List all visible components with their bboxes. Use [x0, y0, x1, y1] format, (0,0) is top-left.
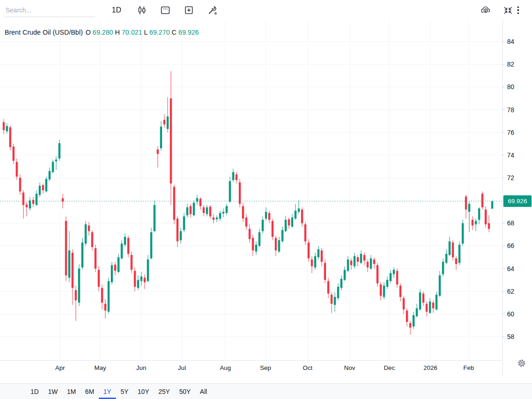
- add-plus-icon[interactable]: [183, 5, 194, 16]
- search-input[interactable]: [5, 4, 95, 17]
- range-button-1m[interactable]: 1M: [62, 384, 80, 399]
- time-axis-label: Apr: [55, 364, 65, 371]
- price-tick-label: 66: [507, 242, 514, 249]
- cloud-download-icon[interactable]: [480, 5, 491, 16]
- calendar-icon[interactable]: [160, 5, 171, 16]
- price-tickmark: [503, 87, 505, 87]
- price-tickmark: [503, 268, 505, 269]
- time-axis-label: Jul: [178, 364, 186, 371]
- time-axis-label: Aug: [220, 364, 231, 371]
- candlestick-canvas[interactable]: [0, 20, 502, 360]
- time-axis-label: Sep: [260, 364, 271, 371]
- price-tick-label: 78: [507, 106, 514, 114]
- range-button-50y[interactable]: 50Y: [175, 384, 195, 399]
- price-tick-label: 58: [507, 333, 514, 340]
- price-tick-label: 74: [507, 151, 514, 159]
- range-button-5y[interactable]: 5Y: [116, 384, 133, 399]
- close-value: 69.926: [178, 29, 199, 36]
- price-tick-label: 60: [507, 310, 514, 318]
- price-tick-label: 68: [507, 219, 514, 227]
- collapse-arrows-icon[interactable]: [502, 5, 514, 16]
- low-value: 69.270: [149, 29, 169, 36]
- high-value: 70.021: [121, 29, 142, 36]
- time-axis-label: Feb: [463, 364, 474, 371]
- price-tick-label: 82: [507, 60, 514, 68]
- range-toolbar: 1D1W1M6M1Y5Y10Y25Y50YAll: [0, 383, 532, 399]
- time-axis-label: Oct: [302, 364, 312, 371]
- price-scale[interactable]: 69.926 8482807876747270686664626058: [502, 20, 532, 375]
- price-tickmark: [503, 42, 505, 42]
- open-label: O: [85, 29, 91, 36]
- wrench-icon[interactable]: [207, 5, 218, 16]
- time-axis-label: May: [94, 364, 106, 371]
- price-tickmark: [503, 155, 505, 155]
- range-button-10y[interactable]: 10Y: [133, 384, 154, 399]
- range-button-1y[interactable]: 1Y: [99, 384, 116, 399]
- bottom-gap: [0, 375, 532, 383]
- range-button-6m[interactable]: 6M: [80, 384, 98, 399]
- time-axis-label: Nov: [344, 364, 355, 371]
- price-tickmark: [503, 109, 505, 110]
- chart-region: Brent Crude Oil (USD/Bbl) O 69.280 H 70.…: [0, 20, 532, 375]
- price-tickmark: [503, 291, 505, 291]
- top-toolbar: 1D: [0, 0, 532, 20]
- price-tickmark: [503, 132, 505, 133]
- price-tick-label: 72: [507, 174, 514, 181]
- symbol-name: Brent Crude Oil (USD/Bbl): [5, 29, 83, 36]
- low-label: L: [144, 29, 148, 36]
- price-tick-label: 80: [507, 83, 514, 91]
- time-axis-label: 2026: [423, 364, 437, 371]
- chart-legend: Brent Crude Oil (USD/Bbl) O 69.280 H 70.…: [5, 29, 199, 36]
- price-tickmark: [503, 64, 505, 65]
- range-button-1w[interactable]: 1W: [43, 384, 62, 399]
- price-tickmark: [503, 178, 505, 178]
- toolbar-right-group: [469, 5, 523, 16]
- high-label: H: [115, 29, 120, 36]
- price-tickmark: [503, 337, 505, 337]
- time-axis[interactable]: AprMayJunJulAugSepOctNovDec2026Feb: [0, 360, 502, 375]
- settings-gear-icon[interactable]: [517, 359, 526, 368]
- price-tickmark: [503, 314, 505, 314]
- price-tickmark: [503, 246, 505, 246]
- price-tickmark: [503, 223, 505, 224]
- range-button-1d[interactable]: 1D: [26, 384, 43, 399]
- price-tick-label: 62: [507, 288, 514, 295]
- range-button-25y[interactable]: 25Y: [154, 384, 175, 399]
- interval-button[interactable]: 1D: [109, 4, 124, 16]
- price-tick-label: 64: [507, 265, 514, 272]
- range-button-all[interactable]: All: [195, 384, 212, 399]
- candlestick-icon[interactable]: [136, 5, 147, 16]
- price-tick-label: 84: [507, 38, 514, 45]
- time-axis-label: Jun: [136, 364, 146, 371]
- time-axis-label: Dec: [384, 364, 395, 371]
- more-kebab-icon[interactable]: [514, 5, 523, 16]
- price-tick-label: 76: [507, 129, 514, 136]
- open-value: 69.280: [93, 29, 113, 36]
- last-price-tag: 69.926: [503, 195, 532, 207]
- close-label: C: [172, 29, 176, 36]
